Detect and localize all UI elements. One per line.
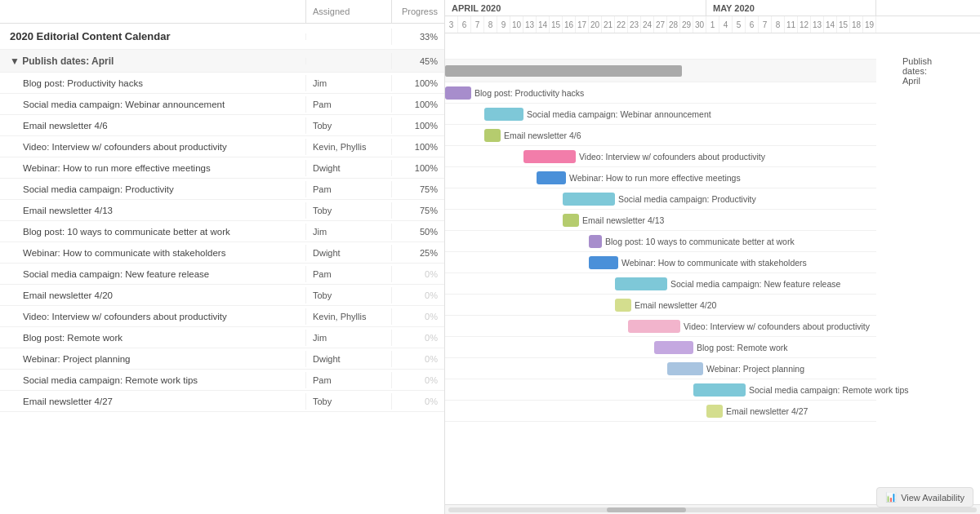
task-assigned: Jim [305,75,391,91]
task-row: Email newsletter 4/20Toby0% [0,285,444,306]
gantt-bar: Video: Interview w/ cofounders about pro… [523,150,576,163]
task-row: Blog post: 10 ways to communicate better… [0,221,444,242]
task-name: Webinar: How to run more effective meeti… [0,160,305,176]
task-progress: 0% [391,308,444,325]
col-assigned-header: Assigned [305,0,391,23]
project-progress: 33% [391,29,444,45]
gantt-row: Webinar: How to communicate with stakeho… [445,252,876,273]
task-progress: 100% [391,160,444,176]
gantt-bar: Email newsletter 4/20 [615,299,631,312]
task-assigned: Toby [305,202,391,219]
view-availability-button[interactable]: 📊 View Availability [876,487,973,507]
task-row: Video: Interview w/ cofounders about pro… [0,306,444,327]
gantt-row: Video: Interview w/ cofounders about pro… [445,316,876,337]
scrollbar-thumb[interactable] [607,507,686,512]
left-panel: Assigned Progress 2020 Editorial Content… [0,0,445,514]
task-name: Social media campaign: Remote work tips [0,372,305,388]
gantt-bar: Social media campaign: Webinar announcem… [484,108,523,121]
task-progress: 50% [391,224,444,240]
gantt-row: Webinar: How to run more effective meeti… [445,167,876,188]
task-row: Social media campaign: Remote work tipsP… [0,370,444,391]
task-name: Social media campaign: Productivity [0,181,305,197]
task-name: Email newsletter 4/20 [0,287,305,304]
left-body: 2020 Editorial Content Calendar 33% ▼ Pu… [0,24,444,514]
day-cell: 7 [759,16,772,33]
task-assigned: Pam [305,372,391,388]
right-panel: APRIL 2020MAY 2020 367891013141516172021… [445,0,980,514]
day-cell: 20 [589,16,602,33]
task-progress: 25% [391,245,444,261]
gantt-container: Assigned Progress 2020 Editorial Content… [0,0,980,514]
gantt-bar: Social media campaign: Productivity [563,193,615,206]
gantt-bar: Webinar: How to run more effective meeti… [537,171,566,184]
gantt-bar: Blog post: Productivity hacks [445,86,471,100]
gantt-row: Email newsletter 4/6 [445,125,876,146]
day-cell: 28 [667,16,680,33]
task-name: Email newsletter 4/6 [0,117,305,134]
task-assigned: Pam [305,96,391,113]
group-name: ▼ Publish dates: April [0,52,305,70]
scrollbar-track[interactable] [448,507,977,512]
day-cell: 15 [837,16,850,33]
task-name: Social media campaign: New feature relea… [0,266,305,282]
task-row: Email newsletter 4/27Toby0% [0,391,444,412]
task-progress: 0% [391,351,444,367]
gantt-row: Email newsletter 4/27 [445,401,876,422]
task-name: Email newsletter 4/27 [0,393,305,410]
day-cell: 18 [850,16,863,33]
gantt-row: Email newsletter 4/13 [445,210,876,231]
task-name: Email newsletter 4/13 [0,202,305,219]
project-name: 2020 Editorial Content Calendar [0,27,305,46]
gantt-row: Social media campaign: Remote work tips [445,379,876,401]
day-cell: 17 [576,16,589,33]
gantt-bar: Social media campaign: Remote work tips [693,383,746,397]
task-row: Email newsletter 4/6Toby100% [0,115,444,136]
gantt-row: Social media campaign: Webinar announcem… [445,104,876,125]
day-cell: 10 [510,16,523,33]
day-cell: 11 [785,16,798,33]
day-cell: 6 [458,16,471,33]
gantt-bar: Email newsletter 4/13 [563,214,579,227]
task-row: Video: Interview w/ cofounders about pro… [0,136,444,157]
day-cell: 12 [798,16,811,33]
day-cell: 23 [628,16,641,33]
gantt-row [445,33,876,60]
day-cell: 24 [641,16,654,33]
view-availability-label: View Availability [901,493,964,503]
col-task-header [0,0,305,23]
gantt-row: Social media campaign: New feature relea… [445,273,876,295]
task-name: Blog post: Remote work [0,330,305,346]
task-row: Webinar: How to run more effective meeti… [0,157,444,179]
gantt-row: Video: Interview w/ cofounders about pro… [445,146,876,167]
task-name: Webinar: Project planning [0,351,305,367]
gantt-row: Email newsletter 4/20 [445,295,876,316]
day-cell: 9 [497,16,510,33]
month-april: APRIL 2020 [445,0,706,16]
gantt-bar: Email newsletter 4/6 [484,129,501,142]
task-assigned: Toby [305,393,391,410]
day-cell: 1 [706,16,719,33]
project-row: 2020 Editorial Content Calendar 33% [0,24,444,50]
task-row: Blog post: Remote workJim0% [0,327,444,348]
gantt-bar: Social media campaign: New feature relea… [615,277,667,290]
task-name: Video: Interview w/ cofounders about pro… [0,139,305,155]
task-name: Social media campaign: Webinar announcem… [0,96,305,113]
task-row: Social media campaign: New feature relea… [0,264,444,285]
day-cell: 8 [772,16,785,33]
task-row: Blog post: Productivity hacksJim100% [0,73,444,94]
task-assigned: Pam [305,181,391,197]
day-cell: 16 [563,16,576,33]
group-progress: 45% [391,53,444,69]
day-cell: 15 [550,16,563,33]
gantt-bar: Email newsletter 4/27 [706,405,723,418]
gantt-row: Blog post: Remote work [445,337,876,358]
col-progress-header: Progress [391,0,444,23]
task-assigned: Dwight [305,351,391,367]
task-progress: 100% [391,96,444,113]
task-assigned: Jim [305,330,391,346]
task-assigned: Kevin, Phyllis [305,139,391,155]
task-progress: 0% [391,372,444,388]
group-row[interactable]: ▼ Publish dates: April 45% [0,50,444,73]
task-row: Social media campaign: ProductivityPam75… [0,179,444,200]
task-assigned: Pam [305,266,391,282]
